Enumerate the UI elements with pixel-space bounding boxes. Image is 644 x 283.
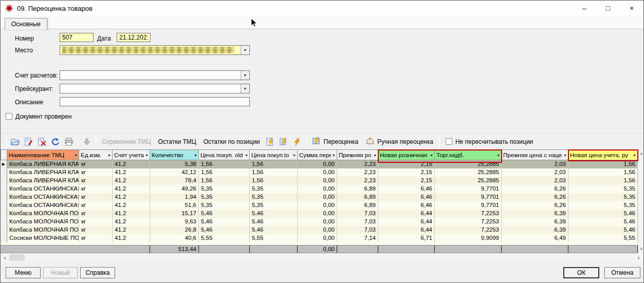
edit-icon[interactable] bbox=[22, 136, 35, 147]
cell[interactable]: 0,00 bbox=[298, 201, 337, 210]
table-row[interactable]: ▶Колбаса ЛИВЕРНАЯ КЛАССкг41.25,381,561,5… bbox=[1, 160, 638, 168]
otmena-button[interactable]: Отмена bbox=[604, 267, 640, 278]
cell[interactable]: Колбаса ОСТАНКИНСКАЯ ГО bbox=[7, 193, 79, 201]
cell[interactable]: кг bbox=[79, 218, 113, 226]
cell[interactable]: 6,46 bbox=[378, 201, 435, 210]
column-header-0[interactable]: Наименование ТМЦ▼ bbox=[7, 149, 79, 160]
filter-arrow-icon[interactable]: ▼ bbox=[107, 153, 111, 157]
cell[interactable]: кг bbox=[79, 201, 113, 210]
filter-arrow-icon[interactable]: ▼ bbox=[74, 153, 78, 157]
cell[interactable]: 41.2 bbox=[113, 177, 150, 185]
cell[interactable]: 5,55 bbox=[250, 234, 298, 242]
cell[interactable]: 6,26 bbox=[502, 185, 568, 193]
cell[interactable]: 1,56 bbox=[199, 160, 250, 168]
cell[interactable]: 6,44 bbox=[378, 226, 435, 234]
cell[interactable]: 1,94 bbox=[150, 193, 199, 201]
cell[interactable]: 41.2 bbox=[113, 160, 150, 168]
cell[interactable]: 5,35 bbox=[250, 201, 298, 210]
cell[interactable]: 9,7701 bbox=[435, 193, 502, 201]
cell[interactable]: 5,35 bbox=[568, 185, 638, 193]
cell[interactable]: 51,6 bbox=[150, 201, 199, 210]
table-row[interactable]: Колбаса МОЛОЧНАЯ ПО-ВОкг41.215,175,465,4… bbox=[1, 210, 638, 218]
cell[interactable]: 41.2 bbox=[113, 226, 150, 234]
cell[interactable]: 6,39 bbox=[502, 218, 568, 226]
print-icon[interactable] bbox=[62, 136, 76, 147]
cell[interactable]: 5,46 bbox=[199, 218, 250, 226]
cell[interactable]: 5,38 bbox=[150, 160, 199, 168]
cell[interactable]: 2,23 bbox=[337, 168, 378, 177]
scroll-right-icon[interactable]: › bbox=[634, 254, 643, 261]
cell[interactable]: 5,35 bbox=[199, 185, 250, 193]
cell[interactable]: 2,03 bbox=[502, 168, 568, 177]
data-input[interactable] bbox=[117, 33, 151, 42]
cell[interactable]: 6,44 bbox=[378, 210, 435, 218]
cell[interactable]: 41.2 bbox=[113, 218, 150, 226]
cell[interactable]: 1,56 bbox=[250, 168, 298, 177]
cell[interactable]: Колбаса МОЛОЧНАЯ ПО-ВО bbox=[7, 210, 79, 218]
spravka-button[interactable]: Справка bbox=[80, 267, 115, 278]
delete-icon[interactable] bbox=[35, 136, 49, 147]
cell[interactable]: 0,00 bbox=[298, 193, 337, 201]
cell[interactable]: 5,46 bbox=[250, 226, 298, 234]
cell[interactable]: кг bbox=[79, 160, 113, 168]
cell[interactable]: 2,03 bbox=[502, 160, 568, 168]
cell[interactable]: Колбаса ЛИВЕРНАЯ КЛАСС bbox=[7, 168, 79, 177]
cell[interactable]: Колбаса ОСТАНКИНСКАЯ ГО bbox=[7, 185, 79, 193]
filter-arrow-icon[interactable]: ▼ bbox=[496, 153, 500, 157]
cell[interactable]: Сосиски МОЛОЧНЫЕ ПО-ВО bbox=[7, 234, 79, 242]
cell[interactable]: 1,56 bbox=[250, 177, 298, 185]
maximize-button[interactable]: □ bbox=[596, 1, 620, 16]
column-header-7[interactable]: Прежняя ро▼ bbox=[337, 149, 378, 160]
cell[interactable]: 6,39 bbox=[502, 226, 568, 234]
cell[interactable]: 7,03 bbox=[337, 218, 378, 226]
cell[interactable]: 2,15 bbox=[378, 160, 435, 168]
table-row[interactable]: Колбаса ОСТАНКИНСКАЯ ГОкг41.251,65,355,3… bbox=[1, 201, 638, 210]
cell[interactable]: 41.2 bbox=[113, 201, 150, 210]
cell[interactable]: 7,03 bbox=[337, 210, 378, 218]
cell[interactable]: 0,00 bbox=[298, 234, 337, 242]
cell[interactable]: 0,00 bbox=[298, 226, 337, 234]
column-header-10[interactable]: Прежняя цена с наценкой▼ bbox=[502, 149, 568, 160]
cell[interactable]: Колбаса МОЛОЧНАЯ ПО-ВО bbox=[7, 218, 79, 226]
column-header-8[interactable]: Новая розничная▼ bbox=[378, 149, 435, 160]
recalc-doc-icon[interactable] bbox=[264, 136, 277, 147]
refresh-icon[interactable] bbox=[49, 136, 62, 147]
cell[interactable]: 42,12 bbox=[150, 168, 199, 177]
cell[interactable]: 0,00 bbox=[298, 168, 337, 177]
schet-raschetov-combo[interactable]: ▼ bbox=[60, 70, 250, 80]
cell[interactable]: 0,00 bbox=[298, 210, 337, 218]
cell[interactable]: 0,00 bbox=[298, 160, 337, 168]
cell[interactable]: 5,35 bbox=[250, 185, 298, 193]
cell[interactable]: 25,2885 bbox=[435, 168, 502, 177]
cell[interactable]: 6,46 bbox=[378, 193, 435, 201]
schet-dropdown-icon[interactable]: ▼ bbox=[241, 71, 249, 80]
cell[interactable]: 2,15 bbox=[378, 168, 435, 177]
cell[interactable]: 40,6 bbox=[150, 234, 199, 242]
cell[interactable]: 9,7701 bbox=[435, 201, 502, 210]
cell[interactable]: 6,39 bbox=[502, 210, 568, 218]
cell[interactable]: 5,55 bbox=[568, 234, 638, 242]
cell[interactable]: кг bbox=[79, 193, 113, 201]
scroll-up-icon[interactable]: ∧ bbox=[638, 150, 644, 158]
recalc-grid-icon[interactable] bbox=[277, 136, 290, 147]
cell[interactable]: 6,89 bbox=[337, 193, 378, 201]
cell[interactable]: 25,2885 bbox=[435, 177, 502, 185]
cell[interactable]: 6,49 bbox=[502, 234, 568, 242]
cell[interactable]: 2,03 bbox=[502, 177, 568, 185]
preiskurant-combo[interactable]: ▼ bbox=[60, 84, 250, 93]
cell[interactable]: 5,35 bbox=[568, 193, 638, 201]
cell[interactable]: 0,00 bbox=[298, 218, 337, 226]
filter-arrow-icon[interactable]: ▼ bbox=[373, 153, 377, 157]
scrollbar-thumb[interactable] bbox=[9, 254, 25, 261]
menu-button[interactable]: Меню bbox=[6, 267, 41, 278]
column-header-9[interactable]: Торг.надб.▼ bbox=[435, 149, 502, 160]
cell[interactable]: 9,7701 bbox=[435, 185, 502, 193]
cell[interactable]: кг bbox=[79, 226, 113, 234]
cell[interactable]: 9,9099 bbox=[435, 234, 502, 242]
cell[interactable]: 1,56 bbox=[199, 177, 250, 185]
cell[interactable]: 5,35 bbox=[568, 201, 638, 210]
cell[interactable]: 41.2 bbox=[113, 193, 150, 201]
cell[interactable]: кг bbox=[79, 168, 113, 177]
cell[interactable]: 6,44 bbox=[378, 218, 435, 226]
cell[interactable]: 1,56 bbox=[250, 160, 298, 168]
